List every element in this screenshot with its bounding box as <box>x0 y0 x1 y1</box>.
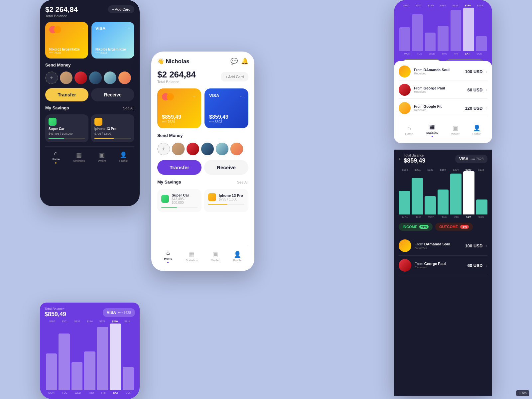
card2-name: Nikoloz Ergemlidze <box>95 48 130 51</box>
nav-wallet[interactable]: ▣ Wallet <box>98 151 106 163</box>
card2-number: •••• 8393 <box>95 51 130 55</box>
saving-w-phone[interactable]: Iphone 13 Pro $795 / 1,500 <box>204 189 248 212</box>
watermark: ui tos <box>516 390 529 396</box>
add-card-btn-white[interactable]: + Add Card <box>221 72 248 81</box>
day4-wed: WED <box>75 391 81 394</box>
savings-bar-w2 <box>208 204 227 205</box>
nav-profile-p[interactable]: 👤 Profile <box>472 124 481 136</box>
card-num-2: •••• 8393 <box>209 120 244 124</box>
contact-avatar-5[interactable] <box>118 71 131 84</box>
contact-avatar-1[interactable] <box>60 71 72 84</box>
bar-val-1: $185 <box>403 4 409 7</box>
receive-btn-white[interactable]: Receive <box>204 160 248 175</box>
income-btn[interactable]: INCOME +8% <box>401 59 442 61</box>
b5-sat <box>463 171 474 214</box>
saving-w1-amount: $43,495 / 100,000 <box>172 197 198 204</box>
saving-w1-name: Super Car <box>172 193 198 197</box>
bv5-1: $185 <box>399 168 411 171</box>
chart-bars4 <box>45 324 135 390</box>
tx-info-2: From George Paul Received <box>414 86 464 93</box>
nav-home-w[interactable]: ⌂ Home <box>164 249 172 263</box>
tx-amount-1: 100 USD <box>465 69 483 74</box>
contact-avatar-4[interactable] <box>104 71 116 84</box>
outcome-btn[interactable]: OUTCOME -8% <box>445 59 485 61</box>
contact-w2[interactable] <box>187 143 199 155</box>
card-menu-icon2[interactable]: ··· <box>126 26 130 31</box>
d5-tue: TUE <box>416 216 421 219</box>
day-sat: SAT <box>465 52 470 55</box>
nav-profile[interactable]: 👤 Profile <box>119 151 128 163</box>
tx5-row-2[interactable]: From George Paul Received 60 USD › <box>399 256 487 275</box>
phone4-bal-amount: $859,49 <box>45 311 66 318</box>
home-icon: ⌂ <box>54 150 58 157</box>
tx5-row-1[interactable]: From DAmanda Soul Received 100 USD › <box>399 236 487 256</box>
savings-card-car[interactable]: Super Car $43,495 / 100,000 <box>45 114 88 142</box>
see-all-w[interactable]: See All <box>237 180 248 184</box>
mastercard-card[interactable]: ··· Nikoloz Ergemlidze •••• 7628 <box>45 22 88 59</box>
tx-row-1[interactable]: From DAmanda Soul Received 100 USD › <box>399 66 487 80</box>
chart-area-purple: $185 $301 $139 $184 $324 $280 $118 MON T… <box>394 0 492 61</box>
bar-val-7: $118 <box>477 4 483 7</box>
nav-stats-w[interactable]: ▦ Statistics <box>186 251 198 262</box>
contact-avatar-3[interactable] <box>89 71 102 84</box>
saving-w2-name: Iphone 13 Pro <box>219 194 243 198</box>
tx-name-2: From George Paul <box>414 86 464 90</box>
b5-tue <box>412 178 423 215</box>
card-amount-2: $859,49 <box>209 114 244 120</box>
b5-fri <box>450 174 462 215</box>
bell-icon[interactable]: 🔔 <box>241 58 248 65</box>
receive-button[interactable]: Receive <box>91 88 134 101</box>
nav-home[interactable]: ⌂ Home <box>52 150 60 164</box>
visa-card[interactable]: VISA ··· Nikoloz Ergemlidze •••• 8393 <box>91 22 134 59</box>
tx5-from-2: From George Paul <box>415 262 464 266</box>
phone1-dark: $2 264,84 Total Balance + Add Card ··· N… <box>40 0 140 206</box>
tx-name-1: From DAmanda Soul <box>414 68 462 72</box>
tx5-info-2: From George Paul Received <box>415 262 464 269</box>
tx-row-3[interactable]: From Google Fit Received 120 USD › <box>399 102 487 117</box>
contact-w1[interactable] <box>172 143 185 155</box>
add-contact-w[interactable]: + <box>157 143 170 155</box>
tx5-sub-1: Received <box>415 246 462 249</box>
visa-chip5[interactable]: VISA •••• 7628 <box>455 155 487 163</box>
card-menu-icon[interactable]: ··· <box>80 26 84 33</box>
saving-w-car[interactable]: Super Car $43,495 / 100,000 <box>157 189 201 212</box>
contact-w4[interactable] <box>216 143 228 155</box>
transfer-button[interactable]: Transfer <box>45 88 88 101</box>
bar4-fri <box>97 327 108 390</box>
tx-info-3: From Google Fit Received <box>414 104 462 112</box>
nav-profile-w[interactable]: 👤 Profile <box>233 251 242 262</box>
transfer-btn-purple[interactable]: Transfer <box>157 160 201 175</box>
contact-w5[interactable] <box>230 143 243 155</box>
see-all-link[interactable]: See All <box>123 106 134 110</box>
home-icon-w: ⌂ <box>166 249 170 256</box>
chart-bars-purple <box>397 8 489 51</box>
tx5-avatar-2 <box>399 259 411 272</box>
tx-row-2[interactable]: From George Paul Received 60 USD › <box>399 84 487 99</box>
visa-badge4[interactable]: VISA •••• 7628 <box>103 308 135 317</box>
visa-card-white[interactable]: VISA ··· $859,49 •••• 8393 <box>204 88 248 128</box>
nav-stats-p[interactable]: ▦ Statistics <box>426 123 438 137</box>
message-icon[interactable]: 💬 <box>230 58 238 65</box>
contact-w3[interactable] <box>201 143 214 155</box>
tx-avatar-1 <box>399 66 411 77</box>
nav-statistics[interactable]: ▦ Statistics <box>73 151 85 163</box>
savings-card-phone[interactable]: Iphone 13 Pro $795 / 1,500 <box>91 114 134 142</box>
tx-section5: From DAmanda Soul Received 100 USD › Fro… <box>394 233 492 396</box>
card-menu-w2[interactable]: ··· <box>240 93 244 98</box>
add-card-button[interactable]: + Add Card <box>108 5 134 13</box>
back-arrow[interactable]: ‹ <box>399 156 400 162</box>
contact-avatar-2[interactable] <box>74 71 87 84</box>
pv3: $139 <box>74 320 80 323</box>
card1-number: •••• 7628 <box>49 51 84 55</box>
nav-wallet-w[interactable]: ▣ Wallet <box>211 251 219 262</box>
mc-card-white[interactable]: ··· $859,49 •••• 7628 <box>157 88 201 128</box>
card-menu-w1[interactable]: ··· <box>193 93 197 100</box>
nav-home-p[interactable]: ⌂ Home <box>405 125 413 136</box>
add-contact-button[interactable]: + <box>45 71 58 84</box>
bar4-thu <box>84 351 95 390</box>
stats-icon-p: ▦ <box>429 123 435 130</box>
phone1-balance-amount: $2 264,84 <box>45 5 78 14</box>
bar-sun <box>476 36 487 51</box>
nav-wallet-p[interactable]: ▣ Wallet <box>451 124 460 136</box>
day4-sat: SAT <box>113 391 118 394</box>
